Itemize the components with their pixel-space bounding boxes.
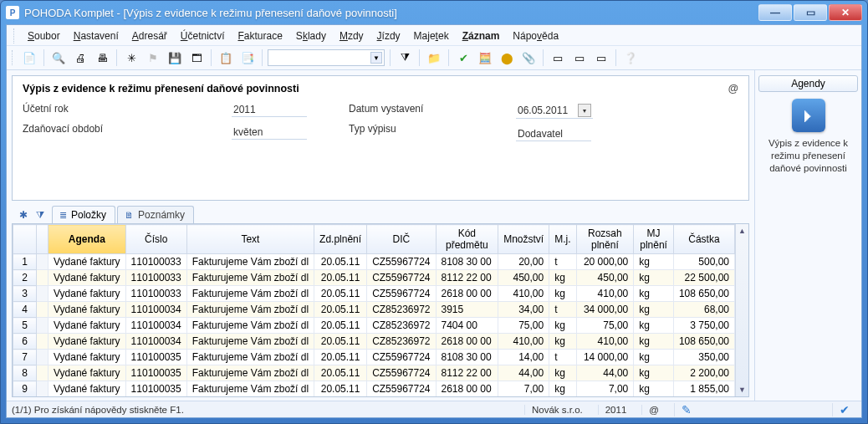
print-icon[interactable]: 🖨 <box>71 49 89 67</box>
row-number[interactable]: 4 <box>13 302 37 318</box>
cell-mjpl[interactable]: kg <box>634 302 674 318</box>
col-cislo[interactable]: Číslo <box>125 225 186 254</box>
row-select[interactable] <box>37 270 49 286</box>
cell-mj[interactable]: kg <box>549 318 576 334</box>
cell-rozsah[interactable]: 44,00 <box>576 365 634 381</box>
cell-text[interactable]: Fakturujeme Vám zboží dl <box>186 302 314 318</box>
col-mnozstvi[interactable]: Množství <box>498 225 549 254</box>
cell-mjpl[interactable]: kg <box>634 254 674 270</box>
cell-mjpl[interactable]: kg <box>634 270 674 286</box>
table-row[interactable]: 3Vydané faktury110100033Fakturujeme Vám … <box>13 286 748 302</box>
cell-text[interactable]: Fakturujeme Vám zboží dl <box>186 286 314 302</box>
row-select[interactable] <box>37 365 49 381</box>
cell-mj[interactable]: kg <box>549 270 576 286</box>
window1-icon[interactable]: ▭ <box>549 49 567 67</box>
cell-agenda[interactable]: Vydané faktury <box>49 365 126 381</box>
table-row[interactable]: 8Vydané faktury110100035Fakturujeme Vám … <box>13 365 748 381</box>
cell-dic[interactable]: CZ55967724 <box>367 270 436 286</box>
flag-icon[interactable]: ⚑ <box>144 49 162 67</box>
cell-castka[interactable]: 108 650,00 <box>673 334 734 350</box>
cell-mjpl[interactable]: kg <box>634 365 674 381</box>
row-select[interactable] <box>37 254 49 270</box>
date-picker-icon[interactable]: ▾ <box>578 104 591 117</box>
window3-icon[interactable]: ▭ <box>592 49 610 67</box>
cell-zd[interactable]: 20.05.11 <box>314 254 367 270</box>
filter-combo[interactable]: ▼ <box>268 49 385 66</box>
cell-text[interactable]: Fakturujeme Vám zboží dl <box>186 334 314 350</box>
cell-mnoz[interactable]: 44,00 <box>498 365 549 381</box>
new-icon[interactable]: 📄 <box>20 49 38 67</box>
cell-rozsah[interactable]: 34 000,00 <box>576 302 634 318</box>
cell-zd[interactable]: 20.05.11 <box>314 365 367 381</box>
value-typ[interactable]: Dodavatel <box>516 127 591 141</box>
help-icon[interactable]: ❔ <box>621 49 640 67</box>
cell-zd[interactable]: 20.05.11 <box>314 381 367 397</box>
cell-agenda[interactable]: Vydané faktury <box>49 270 126 286</box>
cell-mj[interactable]: t <box>549 302 576 318</box>
cell-rozsah[interactable]: 75,00 <box>576 318 634 334</box>
cell-mnoz[interactable]: 34,00 <box>498 302 549 318</box>
status-edit-icon[interactable]: ✎ <box>674 403 698 416</box>
cell-mj[interactable]: kg <box>549 397 576 398</box>
cell-agenda[interactable]: Vydané faktury <box>49 302 126 318</box>
cell-mjpl[interactable]: kg <box>634 350 674 365</box>
new-record-icon[interactable]: ✳ <box>122 49 140 67</box>
table-row[interactable]: 2Vydané faktury110100033Fakturujeme Vám … <box>13 270 748 286</box>
form-icon[interactable]: 🗔 <box>187 49 206 67</box>
cell-cislo[interactable]: 110100035 <box>125 397 186 398</box>
row-select[interactable] <box>37 350 49 365</box>
agenda-label[interactable]: Výpis z evidence k režimu přenesení daňo… <box>758 137 858 175</box>
row-number[interactable]: 8 <box>13 365 37 381</box>
scroll-down-icon[interactable]: ▼ <box>736 383 748 396</box>
row-number[interactable]: 5 <box>13 318 37 334</box>
cell-dic[interactable]: CZ85236972 <box>367 318 436 334</box>
row-select[interactable] <box>37 302 49 318</box>
cell-cislo[interactable]: 110100034 <box>125 302 186 318</box>
row-number[interactable]: 10 <box>13 397 37 398</box>
cell-dic[interactable]: CZ55967724 <box>367 286 436 302</box>
cell-mnoz[interactable]: 20,00 <box>498 254 549 270</box>
cell-agenda[interactable]: Vydané faktury <box>49 397 126 398</box>
cell-agenda[interactable]: Vydané faktury <box>49 318 126 334</box>
vertical-scrollbar[interactable]: ▲ ▼ <box>735 224 748 396</box>
table-row[interactable]: 9Vydané faktury110100035Fakturujeme Vám … <box>13 381 748 397</box>
cell-text[interactable]: Fakturujeme Vám zboží dl <box>186 270 314 286</box>
table-row[interactable]: 5Vydané faktury110100034Fakturujeme Vám … <box>13 318 748 334</box>
cell-rozsah[interactable]: 450,00 <box>576 270 634 286</box>
value-ucetni-rok[interactable]: 2011 <box>232 103 307 117</box>
cell-rozsah[interactable]: 77,00 <box>576 397 634 398</box>
cell-rozsah[interactable]: 14 000,00 <box>576 350 634 365</box>
cell-text[interactable]: Fakturujeme Vám zboží dl <box>186 350 314 365</box>
col-zdplneni[interactable]: Zd.plnění <box>314 225 367 254</box>
print-preview-icon[interactable]: 🔍 <box>49 49 68 67</box>
tab-poznamky[interactable]: 🗎 Poznámky <box>117 206 194 223</box>
table-row[interactable]: 7Vydané faktury110100035Fakturujeme Vám … <box>13 350 748 365</box>
cell-dic[interactable]: CZ85236972 <box>367 302 436 318</box>
cell-castka[interactable]: 2 200,00 <box>673 365 734 381</box>
cell-agenda[interactable]: Vydané faktury <box>49 286 126 302</box>
cell-kod[interactable]: 7404 00 <box>436 318 498 334</box>
row-select[interactable] <box>37 334 49 350</box>
cell-zd[interactable]: 20.05.11 <box>314 350 367 365</box>
cell-kod[interactable]: 7404 00 <box>436 397 498 398</box>
cell-zd[interactable]: 20.05.11 <box>314 302 367 318</box>
table-row[interactable]: 6Vydané faktury110100034Fakturujeme Vám … <box>13 334 748 350</box>
cell-cislo[interactable]: 110100034 <box>125 318 186 334</box>
cell-castka[interactable]: 108 650,00 <box>673 286 734 302</box>
cell-mjpl[interactable]: kg <box>634 397 674 398</box>
side-title[interactable]: Agendy <box>758 75 858 92</box>
cell-mjpl[interactable]: kg <box>634 286 674 302</box>
col-rozsah[interactable]: Rozsah plnění <box>576 225 634 254</box>
cell-rozsah[interactable]: 7,00 <box>576 381 634 397</box>
col-castka[interactable]: Částka <box>673 225 734 254</box>
menu-nastaveni[interactable]: Nastavení <box>68 28 125 43</box>
cell-cislo[interactable]: 110100034 <box>125 334 186 350</box>
clip-icon[interactable]: 📎 <box>519 49 538 67</box>
cell-castka[interactable]: 847,00 <box>673 397 734 398</box>
cell-cislo[interactable]: 110100035 <box>125 350 186 365</box>
close-button[interactable]: ✕ <box>829 4 862 21</box>
cell-mj[interactable]: t <box>549 254 576 270</box>
funnel-icon[interactable]: ⧩ <box>396 49 414 67</box>
titlebar[interactable]: P POHODA Komplet - [Výpis z evidence k r… <box>1 1 867 24</box>
calculator-icon[interactable]: 🧮 <box>476 49 494 67</box>
